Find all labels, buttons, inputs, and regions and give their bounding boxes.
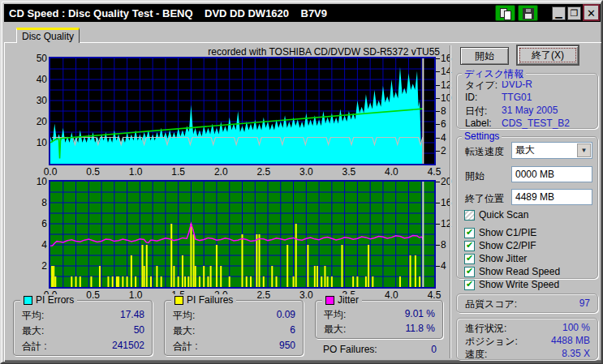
checkbox-icon <box>464 210 475 221</box>
pi-errors-title: PI Errors <box>36 294 74 306</box>
axis-tick <box>436 111 440 112</box>
axis-tick <box>436 224 440 225</box>
jitter-swatch <box>325 296 334 305</box>
pie-chart-plot <box>49 57 436 165</box>
separator <box>450 45 451 358</box>
avg-label: 平均: <box>324 308 346 322</box>
axis-label: 10 <box>28 137 47 148</box>
checkbox-icon <box>464 254 475 264</box>
axis-label: 2 <box>28 260 47 272</box>
speed-label: 速度: <box>465 348 487 362</box>
close-button[interactable]: ✕ <box>583 4 600 21</box>
axis-label: 3.0 <box>296 289 316 301</box>
pi-errors-swatch <box>24 296 32 305</box>
start-pos-label: 開始 <box>465 169 485 183</box>
axis-tick <box>436 71 440 72</box>
checkbox-icon <box>464 241 475 251</box>
axis-label: 1.0 <box>126 166 145 178</box>
chevron-down-icon[interactable]: ▼ <box>577 143 591 157</box>
axis-label: 20 <box>28 116 47 127</box>
axis-label: 4 <box>441 260 446 272</box>
axis-tick <box>436 124 440 125</box>
axis-label: 8 <box>28 197 47 208</box>
quality-score-value: 97 <box>501 298 590 309</box>
pi-errors-panel: PI Errors 平均:17.48 最大:50 合計 :241502 <box>13 300 153 356</box>
axis-label: 30 <box>28 95 47 106</box>
axis-label: 1.0 <box>126 289 145 301</box>
max-value: 50 <box>134 324 144 336</box>
floppy-disk-icon <box>523 8 534 19</box>
checkbox-show-jitter[interactable]: Show Jitter <box>464 253 527 264</box>
axis-tick <box>436 266 440 267</box>
po-failures-label: PO Failures: <box>323 344 377 355</box>
disc-id-label: ID: <box>465 92 477 103</box>
avg-value: 17.48 <box>120 309 144 320</box>
axis-tick <box>436 58 440 59</box>
checkbox-show-write-speed[interactable]: Show Write Speed <box>464 279 559 290</box>
axis-tick <box>436 245 440 246</box>
max-label: 最大: <box>324 323 346 336</box>
max-value: 6 <box>290 324 295 336</box>
disc-label-label: Label: <box>465 118 492 129</box>
transfer-speed-label: 転送速度 <box>465 145 504 159</box>
copy-to-clipboard-icon[interactable] <box>495 5 515 21</box>
axis-label: 0.5 <box>84 289 103 301</box>
axis-label: 1.5 <box>169 166 188 178</box>
pi-failures-panel: PI Failures 平均:0.09 最大:6 合計 :950 <box>164 300 304 356</box>
axis-label: 3.5 <box>339 166 359 178</box>
pif-jitter-chart-plot <box>49 180 436 289</box>
pi-failures-swatch <box>174 296 183 305</box>
checkbox-show-read-speed[interactable]: Show Read Speed <box>464 266 560 277</box>
max-label: 最大: <box>173 324 195 338</box>
axis-label: 0.5 <box>84 166 103 178</box>
axis-label: 8 <box>441 239 446 251</box>
checkbox-quick-scan[interactable]: Quick Scan <box>464 209 528 221</box>
disc-date-label: 日付: <box>465 105 487 118</box>
checkbox-icon <box>464 267 475 277</box>
axis-label: 2.5 <box>254 289 274 301</box>
po-failures-value: 0 <box>375 344 437 355</box>
progress-value: 100 % <box>501 322 590 333</box>
tab-disc-quality[interactable]: Disc Quality <box>16 28 80 43</box>
minimize-button[interactable]: ▁ <box>552 6 566 20</box>
avg-value: 9.01 % <box>405 308 435 319</box>
avg-value: 0.09 <box>277 309 295 320</box>
save-icon[interactable] <box>518 5 538 21</box>
axis-tick <box>436 203 440 203</box>
disc-info-title: ディスク情報 <box>462 67 526 81</box>
speed-select-value: 最大 <box>515 144 535 156</box>
checkbox-show-c2-pif[interactable]: Show C2/PIF <box>464 240 536 251</box>
start-button[interactable]: 開始 <box>460 47 509 65</box>
total-label: 合計 : <box>173 340 198 353</box>
checkbox-show-c1-pie[interactable]: Show C1/PIE <box>464 227 536 238</box>
total-value: 950 <box>279 340 295 351</box>
axis-label: 10 <box>28 176 47 187</box>
chart-title: recorded with TOSHIBA CD/DVDW SD-R5372 v… <box>164 46 440 58</box>
jitter-panel: Jitter 平均:9.01 % 最大:11.8 % <box>315 300 443 339</box>
speed-value: 8.35 X <box>501 348 590 359</box>
start-pos-input[interactable] <box>511 166 592 182</box>
axis-tick <box>436 182 440 182</box>
window-title: CD Speed : Disc Quality Test - BENQ DVD … <box>4 7 327 19</box>
axis-label: 8 <box>441 105 446 117</box>
jitter-title: Jitter <box>338 294 359 306</box>
app-window: CD Speed : Disc Quality Test - BENQ DVD … <box>0 0 603 364</box>
axis-label: 4 <box>441 132 446 143</box>
axis-label: 6 <box>441 118 446 130</box>
axis-label: 4.5 <box>424 289 444 301</box>
axis-tick <box>436 151 440 152</box>
end-pos-input[interactable] <box>511 189 592 205</box>
total-value: 241502 <box>112 340 144 351</box>
checkbox-icon <box>464 280 475 290</box>
axis-label: 2.0 <box>211 166 230 178</box>
axis-label: 3.0 <box>296 166 316 178</box>
axis-tick <box>436 98 440 99</box>
axis-label: 6 <box>28 218 47 229</box>
axis-tick <box>436 138 440 139</box>
maximize-button[interactable]: ❐ <box>567 6 581 20</box>
stop-button[interactable]: 終了(X) <box>516 45 579 66</box>
total-label: 合計 : <box>22 340 47 353</box>
axis-label: 4.0 <box>381 289 401 301</box>
speed-select[interactable]: 最大 ▼ <box>511 142 592 159</box>
avg-label: 平均: <box>22 309 44 323</box>
